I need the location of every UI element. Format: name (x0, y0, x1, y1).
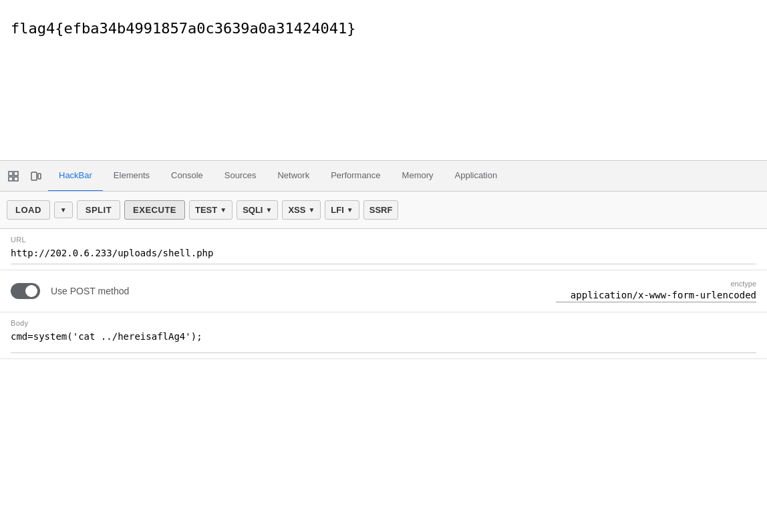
tab-performance[interactable]: Performance (320, 161, 391, 192)
sqli-dropdown-button[interactable]: SQLI ▼ (237, 200, 278, 220)
url-section: URL (0, 229, 767, 270)
tab-sources[interactable]: Sources (214, 161, 267, 192)
tab-console[interactable]: Console (160, 161, 214, 192)
test-dropdown-button[interactable]: TEST ▼ (189, 200, 233, 220)
device-icon[interactable] (25, 166, 47, 187)
sqli-label: SQLI (243, 205, 263, 215)
inspect-icon[interactable] (3, 166, 24, 187)
tab-memory[interactable]: Memory (392, 161, 444, 192)
tab-elements[interactable]: Elements (103, 161, 160, 192)
tab-application[interactable]: Application (444, 161, 508, 192)
load-dropdown-arrow: ▼ (60, 206, 67, 214)
lfi-dropdown-arrow: ▼ (347, 206, 353, 214)
post-method-toggle[interactable] (11, 283, 40, 299)
enctype-section: enctype application/x-www-form-urlencode… (556, 280, 756, 302)
url-label: URL (11, 236, 756, 244)
tab-hackbar[interactable]: HackBar (48, 161, 103, 192)
load-dropdown-button[interactable]: ▼ (54, 202, 73, 218)
sqli-dropdown-arrow: ▼ (265, 206, 272, 214)
url-input[interactable] (11, 246, 756, 260)
xss-dropdown-arrow: ▼ (308, 206, 315, 214)
devtools-panel: HackBar Elements Console Sources Network… (0, 160, 767, 359)
xss-label: XSS (288, 205, 305, 215)
devtools-tab-bar: HackBar Elements Console Sources Network… (0, 161, 767, 192)
svg-rect-5 (38, 174, 41, 179)
body-label: Body (11, 319, 756, 327)
svg-rect-0 (9, 172, 13, 176)
page-content: flag4{efba34b4991857a0c3639a0a31424041} (0, 0, 767, 160)
test-dropdown-arrow: ▼ (220, 206, 226, 214)
hackbar-toolbar: LOAD ▼ SPLIT EXECUTE TEST ▼ SQLI ▼ XSS ▼… (0, 192, 767, 229)
execute-button[interactable]: EXECUTE (124, 200, 185, 220)
body-divider (11, 352, 756, 353)
post-section: Use POST method enctype application/x-ww… (0, 270, 767, 312)
flag-output: flag4{efba34b4991857a0c3639a0a31424041} (11, 20, 756, 37)
url-divider (11, 264, 756, 264)
enctype-value: application/x-www-form-urlencoded (556, 290, 756, 302)
load-button[interactable]: LOAD (7, 200, 50, 220)
xss-dropdown-button[interactable]: XSS ▼ (282, 200, 321, 220)
svg-rect-1 (14, 172, 18, 176)
body-input[interactable] (11, 330, 756, 346)
enctype-label: enctype (556, 280, 756, 288)
tab-network[interactable]: Network (267, 161, 320, 192)
lfi-label: LFI (331, 205, 344, 215)
split-button[interactable]: SPLIT (77, 200, 120, 220)
toggle-slider (11, 283, 40, 299)
lfi-dropdown-button[interactable]: LFI ▼ (325, 200, 359, 220)
test-label: TEST (195, 205, 217, 215)
ssrf-dropdown-button[interactable]: SSRF (363, 200, 399, 220)
svg-rect-3 (14, 177, 18, 181)
ssrf-label: SSRF (369, 205, 393, 215)
svg-rect-2 (9, 177, 13, 181)
post-method-label: Use POST method (51, 286, 129, 296)
hackbar-content: URL Use POST method enctype application/… (0, 229, 767, 359)
svg-rect-4 (31, 172, 37, 180)
body-section: Body (0, 312, 767, 359)
